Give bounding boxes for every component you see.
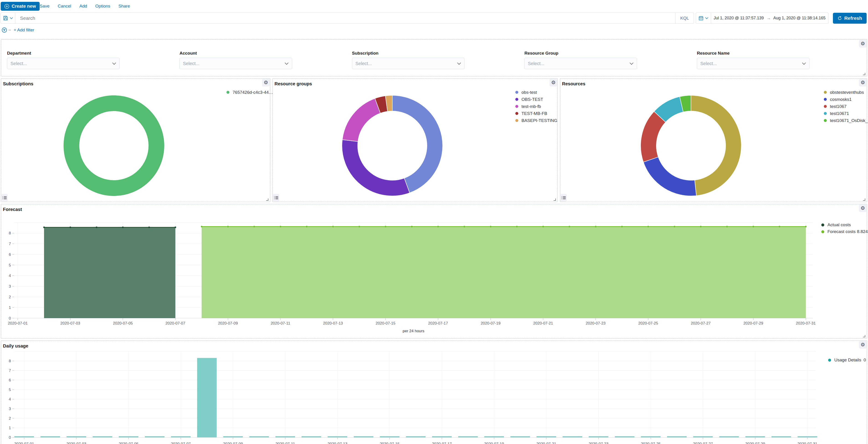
filter-field-resource-name: Resource NameSelect... [697,51,809,69]
filter-bar: + Add filter [0,24,868,36]
legend-toggle-button[interactable] [560,194,567,202]
filter-field-label: Account [180,51,292,56]
legend-dot [824,105,827,108]
legend-item[interactable]: test10671 [824,110,868,117]
refresh-button[interactable]: Refresh [833,13,867,24]
panel-settings-gear-icon[interactable]: ⚙ [859,79,867,87]
legend-item[interactable]: OBS-TEST [515,96,557,103]
chevron-down-icon [112,62,116,65]
panel-settings-gear-icon[interactable]: ⚙ [550,79,557,87]
chevron-down-icon [284,62,289,65]
add-filter-button[interactable]: + Add filter [14,28,34,33]
legend-item[interactable]: 7657426d-c4c3-44… [226,89,273,96]
combobox-placeholder: Select... [528,61,629,66]
legend-label: cosmosks1 [830,97,851,102]
top-nav-add[interactable]: Add [78,4,88,9]
filter-combobox[interactable]: Select... [697,58,809,69]
panel-resource-groups: Resource groups⚙obs-testOBS-TESTtest-mb-… [273,78,558,202]
plus-circle-icon [4,4,9,9]
legend-item[interactable]: Usage Details 0 [828,356,866,364]
filter-combobox[interactable]: Select... [524,58,637,69]
legend-item[interactable]: obstesteventhubs [824,89,868,96]
legend-dot [824,112,827,115]
panel-settings-gear-icon[interactable]: ⚙ [859,204,867,212]
top-nav-options[interactable]: Options [94,4,112,9]
legend-label: BASEPI-TESTING [522,118,557,123]
legend-dot [824,91,827,94]
filter-combobox[interactable]: Select... [352,58,465,69]
legend-item[interactable]: test1067 [824,103,868,110]
panel-settings-gear-icon[interactable]: ⚙ [859,341,867,349]
search-input[interactable]: Search KQL [0,12,694,24]
legend-item[interactable]: test10671_OsDisk_1_… [824,117,868,124]
legend-dot [824,98,827,101]
filter-field-subscription: SubscriptionSelect... [352,51,465,69]
panel-resize-handle[interactable] [266,198,269,201]
query-language-button[interactable]: KQL [676,16,694,21]
panel-title: Forecast [3,207,22,212]
date-range-values: Jul 1, 2020 @ 11:37:57.139 → Aug 1, 2020… [711,16,828,21]
legend-item[interactable]: Actual costs [821,221,866,228]
legend-label: test1067 [830,104,846,109]
panel-settings-gear-icon[interactable]: ⚙ [859,40,867,47]
panel-daily-usage: Daily usage ⚙ Usage Details 0 [1,340,867,444]
filter-field-resource-group: Resource GroupSelect... [524,51,637,69]
legend-label: test-mb-fb [522,104,541,109]
chevron-down-icon [457,62,461,65]
create-new-button[interactable]: Create new [1,2,40,11]
legend-item[interactable]: test-mb-fb [515,103,557,110]
forecast-legend: Actual costs Forecast costs 8.824 [821,221,866,235]
date-end[interactable]: Aug 1, 2020 @ 11:38:14.165 [773,16,826,21]
list-icon [562,196,566,200]
panel-resize-handle[interactable] [862,72,866,75]
legend-label: obs-test [522,90,537,95]
legend-label: TEST-MB-FB [522,111,547,116]
legend-dot [226,91,229,94]
legend-dot [515,119,518,122]
filter-combobox[interactable]: Select... [180,58,292,69]
panel-resize-handle[interactable] [862,334,866,338]
saved-query-menu-button[interactable] [1,13,15,24]
panel-title: Subscriptions [3,81,33,87]
top-nav-share[interactable]: Share [117,4,131,9]
legend-label: 7657426d-c4c3-44… [232,90,273,95]
combobox-placeholder: Select... [10,61,112,66]
panel-forecast: Forecast ⚙ Actual costs Forecast costs 8… [1,204,867,339]
legend-value: 8.824 [857,229,868,234]
query-bar-row: Search KQL Jul 1, 2020 @ 11:37:57.139 → … [0,12,868,24]
legend-dot [515,98,518,101]
legend-toggle-button[interactable] [1,194,8,202]
top-nav-save[interactable]: Save [38,4,51,9]
legend-item[interactable]: Forecast costs 8.824 [821,228,866,235]
legend-item[interactable]: obs-test [515,89,557,96]
filter-icon[interactable] [1,27,7,33]
pie-legend: obs-testOBS-TESTtest-mb-fbTEST-MB-FBBASE… [515,89,557,124]
panel-resize-handle[interactable] [553,198,556,201]
legend-dot [821,230,824,233]
daily-usage-legend: Usage Details 0 [828,356,866,364]
top-nav-cancel[interactable]: Cancel [56,4,72,9]
combobox-placeholder: Select... [700,61,802,66]
filter-field-label: Resource Group [524,51,637,56]
list-icon [2,196,7,200]
date-start[interactable]: Jul 1, 2020 @ 11:37:57.139 [714,16,764,21]
date-picker-menu-button[interactable] [696,13,711,24]
legend-label: test10671 [830,111,849,116]
list-icon [274,196,278,200]
panel-settings-gear-icon[interactable]: ⚙ [262,79,270,87]
legend-item[interactable]: TEST-MB-FB [515,110,557,117]
panel-title: Resource groups [275,81,312,87]
date-range-picker[interactable]: Jul 1, 2020 @ 11:37:57.139 → Aug 1, 2020… [696,12,828,24]
legend-value: 0 [863,357,866,363]
legend-toggle-button[interactable] [273,194,279,202]
pie-legend: 7657426d-c4c3-44… [226,89,273,96]
filter-combobox[interactable]: Select... [7,58,120,69]
filter-drag-dash [9,30,11,30]
legend-label: OBS-TEST [522,97,543,102]
filter-field-label: Resource Name [697,51,809,56]
legend-item[interactable]: BASEPI-TESTING [515,117,557,124]
panel-resize-handle[interactable] [862,198,866,201]
legend-item[interactable]: cosmosks1 [824,96,868,103]
chevron-down-icon [802,62,806,65]
kibana-dashboard: Create new SaveCancelAddOptionsShare Sea… [0,0,868,444]
